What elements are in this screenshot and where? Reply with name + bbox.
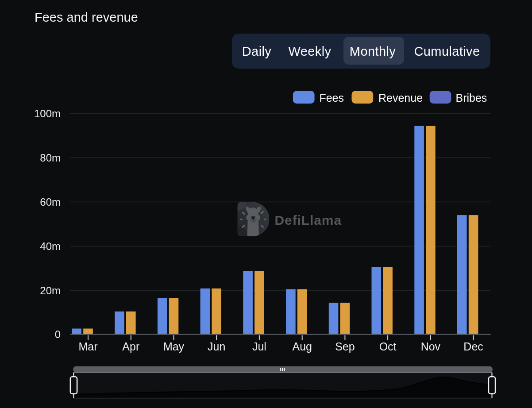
svg-text:0: 0 [55, 328, 61, 340]
svg-text:Fees and revenue: Fees and revenue [35, 10, 138, 24]
svg-text:Jul: Jul [252, 340, 266, 353]
svg-text:20m: 20m [40, 285, 61, 296]
svg-text:Oct: Oct [379, 340, 397, 353]
svg-text:Cumulative: Cumulative [414, 44, 480, 58]
svg-text:DefiLlama: DefiLlama [275, 213, 342, 227]
svg-text:Revenue: Revenue [378, 92, 423, 104]
svg-text:80m: 80m [40, 152, 61, 164]
svg-text:May: May [163, 340, 185, 353]
svg-text:60m: 60m [40, 196, 61, 208]
svg-text:Fees: Fees [319, 92, 344, 104]
svg-text:100m: 100m [34, 108, 61, 119]
svg-text:Aug: Aug [292, 340, 312, 353]
svg-text:Bribes: Bribes [456, 92, 487, 104]
svg-text:Jun: Jun [208, 340, 225, 353]
svg-text:Sep: Sep [335, 340, 355, 353]
svg-text:Monthly: Monthly [350, 44, 396, 58]
svg-text:40m: 40m [40, 240, 61, 252]
svg-text:Daily: Daily [242, 44, 272, 58]
svg-text:Dec: Dec [463, 340, 483, 353]
svg-text:Mar: Mar [78, 340, 97, 353]
svg-text:Apr: Apr [122, 340, 139, 353]
svg-text:Weekly: Weekly [289, 44, 332, 58]
svg-text:Nov: Nov [421, 340, 441, 353]
